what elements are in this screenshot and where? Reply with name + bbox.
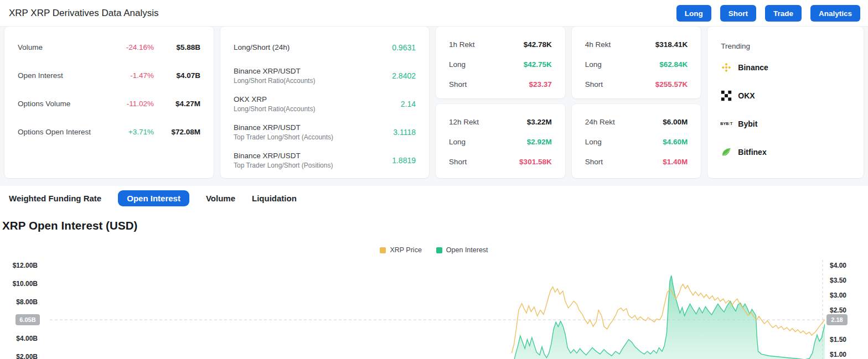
ratio-value: 1.8819 — [392, 156, 416, 165]
exchange-name: Bitfinex — [738, 148, 766, 157]
stat-change: +3.71% — [103, 128, 154, 136]
ratio-value: 2.8402 — [392, 71, 416, 80]
ratio-label: Binance XRP/USDT — [234, 67, 392, 75]
rekt-value: $2.92M — [527, 138, 552, 146]
ratio-label: Binance XRP/USDT — [234, 123, 393, 132]
page-title: XRP XRP Derivatives Data Analysis — [9, 0, 159, 27]
stat-row: Options Open Interest +3.71% $72.08M — [18, 118, 200, 146]
axis-tick-label: $12.00B — [0, 261, 38, 270]
legend-swatch-icon — [380, 247, 386, 253]
axis-tick-label: $2.00B — [0, 352, 38, 359]
axis-tick-label: $3.00 — [830, 291, 865, 300]
stat-label: Options Volume — [18, 100, 103, 108]
chart-plot[interactable] — [50, 260, 825, 359]
rekt-label: 12h Rekt — [449, 118, 527, 126]
rekt-value: $42.78K — [524, 40, 552, 49]
stat-label: Volume — [18, 43, 103, 51]
rekt-column-1: 1h Rekt $42.78K Long $42.75K Short $23.3… — [436, 27, 565, 178]
rekt-row: Long $2.92M — [449, 132, 552, 152]
rekt-column-2: 4h Rekt $318.41K Long $62.84K Short $255… — [572, 27, 701, 178]
right-axis: $4.00 $3.50 $3.00 $2.50 $1.50 $1.00 — [830, 260, 865, 359]
ratio-label: Binance XRP/USDT — [234, 152, 392, 160]
ratio-sublabel: Long/Short Ratio(Accounts) — [234, 77, 392, 85]
tab[interactable]: Liquidation — [252, 190, 297, 206]
rekt-row: Short $1.40M — [585, 152, 688, 171]
header-action-button[interactable]: Long — [676, 5, 711, 22]
stat-value: $5.88B — [154, 43, 200, 51]
legend-item[interactable]: XRP Price — [380, 246, 421, 254]
chart-area[interactable]: $12.00B $10.00B $8.00B $4.00B $2.00B $4.… — [0, 260, 868, 359]
legend-item[interactable]: Open Interest — [436, 246, 488, 254]
axis-tick-label: $8.00B — [0, 298, 38, 306]
rekt-card: 4h Rekt $318.41K Long $62.84K Short $255… — [572, 27, 701, 98]
rekt-value: $42.75K — [524, 60, 552, 69]
ratio-row: Binance XRP/USDT Long/Short Ratio(Accoun… — [234, 61, 416, 90]
price-current-value-badge: 2.18 — [826, 314, 848, 325]
rekt-label: Long — [585, 138, 663, 146]
rekt-value: $318.41K — [655, 40, 688, 49]
ratio-value: 2.14 — [401, 100, 416, 108]
rekt-value: $255.57K — [655, 80, 688, 89]
rekt-row: 1h Rekt $42.78K — [449, 34, 552, 54]
header-action-button[interactable]: Trade — [765, 5, 802, 22]
legend-swatch-icon — [436, 247, 442, 253]
rekt-label: Short — [585, 80, 655, 89]
axis-tick-label: $10.00B — [0, 279, 38, 288]
ratio-sublabel: Top Trader Long/Short (Accounts) — [234, 133, 393, 141]
chart-tabs: Weighted Funding Rate Open Interest Volu… — [9, 190, 297, 206]
tab[interactable]: Open Interest — [118, 190, 189, 206]
page: XRP XRP Derivatives Data Analysis Long S… — [0, 0, 868, 359]
rekt-row: Long $4.60M — [585, 132, 688, 152]
chart-legend: XRP Price Open Interest — [0, 246, 868, 254]
tab[interactable]: Weighted Funding Rate — [9, 190, 101, 206]
bybit-icon: BYB!T — [721, 118, 732, 129]
rekt-row: Long $62.84K — [585, 54, 688, 74]
ratio-label: OKX XRP — [234, 95, 401, 103]
rekt-label: Long — [585, 60, 660, 69]
stat-change: -24.16% — [103, 43, 154, 51]
stat-value: $4.07B — [154, 71, 200, 80]
binance-icon — [721, 62, 732, 73]
stat-row: Open Interest -1.47% $4.07B — [18, 61, 200, 90]
exchange-name: Binance — [738, 63, 768, 72]
trending-title: Trending — [721, 42, 850, 53]
rekt-value: $6.00M — [663, 118, 688, 126]
stat-value: $4.27M — [154, 100, 200, 108]
rekt-label: 24h Rekt — [585, 118, 663, 126]
rekt-card: 1h Rekt $42.78K Long $42.75K Short $23.3… — [436, 27, 565, 98]
axis-tick-label: $4.00 — [830, 261, 865, 270]
header-action-button[interactable]: Analytics — [810, 5, 860, 22]
left-axis: $12.00B $10.00B $8.00B $4.00B $2.00B — [0, 260, 38, 359]
rekt-label: 1h Rekt — [449, 40, 524, 49]
rekt-label: 4h Rekt — [585, 40, 655, 49]
axis-tick-label: $1.50 — [830, 335, 865, 344]
tab[interactable]: Volume — [206, 190, 235, 206]
rekt-row: Long $42.75K — [449, 54, 552, 74]
axis-tick-label: $3.50 — [830, 276, 865, 285]
header-actions: Long Short Trade Analytics — [676, 5, 860, 22]
rekt-row: 12h Rekt $3.22M — [449, 112, 552, 132]
rekt-label: Short — [585, 158, 663, 166]
long-short-ratios-card: Long/Short (24h) 0.9631 Binance XRP/USDT… — [220, 27, 429, 178]
trending-exchange-item[interactable]: BYB!T Bybit — [721, 110, 850, 138]
rekt-label: Short — [449, 80, 529, 89]
header-action-button[interactable]: Short — [720, 5, 756, 22]
rekt-card: 12h Rekt $3.22M Long $2.92M Short $301.5… — [436, 104, 565, 178]
ratio-row: Binance XRP/USDT Top Trader Long/Short (… — [234, 118, 416, 146]
rekt-value: $3.22M — [527, 118, 552, 126]
stat-value: $72.08M — [154, 128, 200, 136]
rekt-row: 24h Rekt $6.00M — [585, 112, 688, 132]
stat-row: Volume -24.16% $5.88B — [18, 33, 200, 61]
trending-exchange-item[interactable]: OKX — [721, 81, 850, 110]
rekt-label: Long — [449, 60, 524, 69]
legend-label: Open Interest — [446, 246, 488, 254]
stat-change: -11.02% — [103, 100, 154, 108]
rekt-value: $62.84K — [659, 60, 688, 69]
stat-cards-row: Volume -24.16% $5.88B Open Interest -1.4… — [4, 27, 864, 178]
trending-exchange-item[interactable]: Binance — [721, 53, 850, 81]
trending-exchange-item[interactable]: Bitfinex — [721, 138, 850, 166]
bitfinex-icon — [721, 147, 732, 158]
ratio-row: OKX XRP Long/Short Ratio(Accounts) 2.14 — [234, 90, 416, 118]
market-stats-card: Volume -24.16% $5.88B Open Interest -1.4… — [4, 27, 214, 178]
stat-change: -1.47% — [103, 71, 154, 80]
